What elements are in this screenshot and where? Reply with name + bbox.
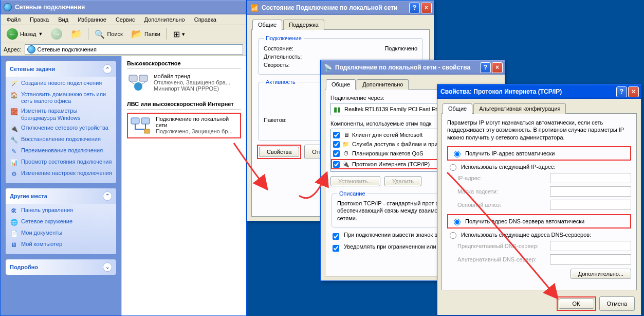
tab-advanced[interactable]: Дополнительно xyxy=(357,79,409,90)
dns-alternate-field[interactable] xyxy=(550,254,631,265)
titlebar[interactable]: 📶 Состояние Подключение по локальной сет… xyxy=(247,1,434,15)
state-label: Состояние: xyxy=(264,45,293,51)
folder-up-icon: 📁 xyxy=(70,28,82,40)
dns-auto-radio[interactable] xyxy=(454,219,461,225)
control-panel-icon: 🛠 xyxy=(10,207,18,215)
settings-icon: ⚙ xyxy=(10,170,18,178)
task-change-settings[interactable]: ⚙Изменение настроек подключения xyxy=(10,170,112,178)
advanced-button[interactable]: Дополнительно... xyxy=(571,269,631,279)
tab-general[interactable]: Общие xyxy=(252,20,282,30)
ip-address-field[interactable] xyxy=(550,173,631,183)
place-network-places[interactable]: 🌐Сетевое окружение xyxy=(10,218,112,226)
client-icon: 🖥 xyxy=(342,131,350,139)
menu-edit[interactable]: Правка xyxy=(26,15,53,24)
titlebar[interactable]: 📡 Подключение по локальной сети - свойст… xyxy=(321,60,505,75)
titlebar[interactable]: Свойства: Протокол Интернета (TCP/IP) ? … xyxy=(437,84,641,99)
tabstrip: Общие Поддержка xyxy=(251,19,430,30)
toolbar: ←Назад ▼ → 📁 🔍Поиск 📂Папки ⊞▾ xyxy=(1,25,246,43)
details-panel: Подробно ⌄ xyxy=(6,259,116,275)
packets-label: Пакетов: xyxy=(264,117,287,123)
menu-view[interactable]: Вид xyxy=(54,15,72,24)
up-button[interactable]: 📁 xyxy=(67,27,85,41)
help-button[interactable]: ? xyxy=(480,62,491,73)
places-header[interactable]: Другие места ⌃ xyxy=(6,188,116,204)
close-button[interactable]: × xyxy=(421,3,432,13)
tab-panel-general: Параметры IP могут назначаться автоматич… xyxy=(441,114,637,290)
forward-button[interactable]: → xyxy=(48,27,65,41)
place-control-panel[interactable]: 🛠Панель управления xyxy=(10,207,112,215)
dns-manual-radio-row[interactable]: Использовать следующие адреса DNS-сервер… xyxy=(447,231,631,239)
rename-icon: ✎ xyxy=(10,147,18,155)
help-button[interactable]: ? xyxy=(616,86,627,97)
address-field[interactable]: Сетевые подключения xyxy=(25,44,243,55)
help-button[interactable]: ? xyxy=(409,3,420,13)
place-my-computer[interactable]: 🖥Мой компьютер xyxy=(10,241,112,249)
search-button[interactable]: 🔍Поиск xyxy=(91,28,125,41)
folders-button[interactable]: 📂Папки xyxy=(128,27,163,41)
firewall-icon: 🧱 xyxy=(10,108,18,116)
close-button[interactable]: × xyxy=(628,86,639,97)
views-button[interactable]: ⊞▾ xyxy=(170,28,188,41)
dns-preferred-field[interactable] xyxy=(550,241,631,251)
menu-help[interactable]: Справка xyxy=(190,15,220,24)
tab-general[interactable]: Общие xyxy=(443,103,472,114)
task-setup-home-network[interactable]: 🏠Установить домашнюю сеть или сеть малог… xyxy=(10,91,112,104)
gateway-field[interactable] xyxy=(550,200,631,210)
dns-auto-radio-row[interactable]: Получить адрес DNS-сервера автоматически xyxy=(447,214,631,229)
install-button[interactable]: Установить... xyxy=(330,176,380,186)
ip-address-label: IP-адрес: xyxy=(457,175,550,181)
tab-alternate[interactable]: Альтернативная конфигурация xyxy=(473,103,566,114)
close-button[interactable]: × xyxy=(492,62,503,73)
titlebar[interactable]: Сетевые подключения xyxy=(1,0,246,14)
ip-manual-radio-row[interactable]: Использовать следующий IP-адрес: xyxy=(447,163,631,171)
properties-button[interactable]: Свойства xyxy=(259,147,299,157)
tasks-header[interactable]: Сетевые задачи ⌃ xyxy=(6,61,116,77)
conn-name: мобайл тренд xyxy=(154,73,230,79)
tcpip-properties-dialog: Свойства: Протокол Интернета (TCP/IP) ? … xyxy=(437,84,641,315)
task-disable-device[interactable]: 🔌Отключение сетевого устройства xyxy=(10,125,112,133)
conn-status: Подключено, Защищено бр... xyxy=(156,128,238,134)
dns-preferred-label: Предпочитаемый DNS-сервер: xyxy=(457,243,550,249)
menu-file[interactable]: Файл xyxy=(3,15,25,24)
dns-fields: Предпочитаемый DNS-сервер: Альтернативны… xyxy=(457,241,631,265)
chevron-down-icon[interactable]: ⌄ xyxy=(103,262,112,272)
menubar: Файл Правка Вид Избранное Сервис Дополни… xyxy=(1,14,246,25)
info-text: Параметры IP могут назначаться автоматич… xyxy=(447,119,631,141)
dialog-title: Подключение по локальной сети - свойства xyxy=(335,64,470,71)
tab-general[interactable]: Общие xyxy=(326,79,356,90)
details-header[interactable]: Подробно ⌄ xyxy=(6,259,116,275)
menu-tools[interactable]: Сервис xyxy=(112,15,139,24)
place-my-documents[interactable]: 📄Мои документы xyxy=(10,230,112,238)
ip-manual-radio[interactable] xyxy=(450,164,456,171)
arrow-left-icon: ← xyxy=(7,28,18,40)
menu-advanced[interactable]: Дополнительно xyxy=(140,15,189,24)
connection-item-lan[interactable]: Подключение по локальной сети Подключено… xyxy=(127,113,241,138)
task-rename-connection[interactable]: ✎Переименование подключения xyxy=(10,147,112,155)
subnet-mask-field[interactable] xyxy=(550,186,631,197)
cancel-button[interactable]: Отмена xyxy=(599,296,635,311)
chevron-up-icon[interactable]: ⌃ xyxy=(103,191,112,201)
back-button[interactable]: ←Назад ▼ xyxy=(4,27,46,41)
connection-item-broadband[interactable]: мобайл тренд Отключено, Защищено бра... … xyxy=(127,72,241,94)
task-repair-connection[interactable]: 🔧Восстановление подключения xyxy=(10,136,112,144)
search-icon: 🔍 xyxy=(95,29,105,39)
conn-name: Подключение по локальной сети xyxy=(156,116,238,128)
ok-button[interactable]: ОК xyxy=(559,299,594,309)
dns-manual-radio[interactable] xyxy=(450,232,456,239)
menu-favorites[interactable]: Избранное xyxy=(73,15,111,24)
task-create-connection[interactable]: 🪄Создание нового подключения xyxy=(10,80,112,88)
remove-button[interactable]: Удалить xyxy=(384,176,421,186)
task-view-status[interactable]: 📊Просмотр состояния подключения xyxy=(10,159,112,167)
ok-button-highlight: ОК xyxy=(557,296,596,311)
connections-list: Высокоскоростное мобайл тренд Отключено,… xyxy=(121,56,246,315)
chevron-up-icon[interactable]: ⌃ xyxy=(103,64,112,74)
documents-icon: 📄 xyxy=(10,230,18,238)
svg-rect-3 xyxy=(131,118,139,124)
conn-device: Минипорт WAN (PPPOE) xyxy=(154,85,230,92)
task-pane: Сетевые задачи ⌃ 🪄Создание нового подклю… xyxy=(1,56,121,315)
task-firewall-settings[interactable]: 🧱Изменить параметры брандмауэра Windows xyxy=(10,108,112,121)
ip-auto-radio[interactable] xyxy=(454,151,461,157)
tab-support[interactable]: Поддержка xyxy=(283,20,324,30)
ip-fields: IP-адрес: Маска подсети: Основной шлюз: xyxy=(457,173,631,210)
ip-auto-radio-row[interactable]: Получить IP-адрес автоматически xyxy=(447,146,631,161)
